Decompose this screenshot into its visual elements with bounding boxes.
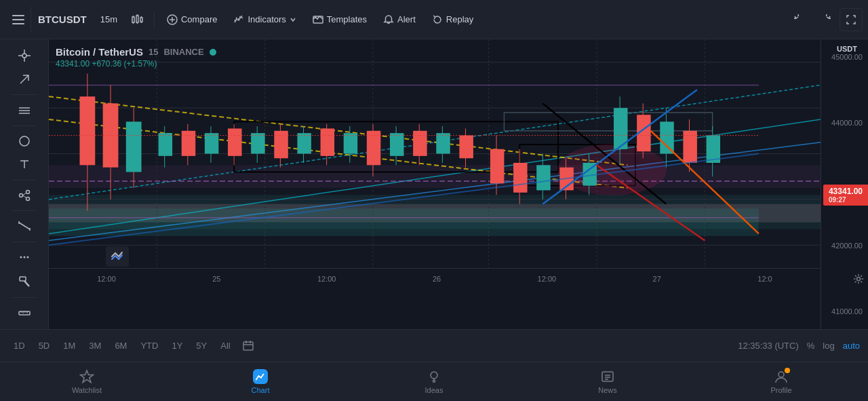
chart-price-info: 43341.00 +670.36 (+1.57%) bbox=[56, 59, 216, 69]
top-toolbar: BTCUSDT 15m Compare Indicators bbox=[0, 0, 868, 39]
nav-profile[interactable]: Profile bbox=[694, 364, 868, 400]
svg-rect-132 bbox=[243, 342, 253, 350]
x-label-7: 12:0 bbox=[757, 275, 772, 283]
svg-point-17 bbox=[22, 54, 26, 58]
ruler-tool[interactable] bbox=[9, 302, 39, 324]
crosshair-tool[interactable] bbox=[9, 45, 39, 67]
current-time: 12:35:33 (UTC) bbox=[738, 341, 799, 351]
nav-chart-label: Chart bbox=[252, 386, 270, 394]
svg-line-37 bbox=[24, 281, 29, 286]
y-label-45000: 45000.00 bbox=[821, 53, 868, 61]
y-label-41000: 41000.00 bbox=[821, 307, 868, 316]
svg-point-27 bbox=[26, 197, 29, 200]
x-label-4: 26 bbox=[433, 275, 441, 283]
nav-news[interactable]: News bbox=[521, 364, 694, 400]
svg-rect-104 bbox=[459, 136, 473, 159]
chart-interval: 15 bbox=[149, 47, 158, 57]
svg-rect-82 bbox=[205, 133, 218, 153]
redo-button[interactable] bbox=[814, 8, 837, 31]
x-label-5: 12:00 bbox=[538, 275, 557, 283]
svg-rect-102 bbox=[436, 133, 450, 153]
templates-button[interactable]: Templates bbox=[306, 11, 374, 28]
tf-5y[interactable]: 5Y bbox=[191, 338, 212, 354]
tool-separator-3 bbox=[12, 180, 37, 180]
chart-type-button[interactable] bbox=[125, 8, 149, 31]
pct-toggle[interactable]: % bbox=[807, 341, 815, 351]
measure-tool[interactable] bbox=[9, 215, 39, 237]
nav-news-label: News bbox=[598, 386, 617, 394]
nav-profile-label: Profile bbox=[770, 386, 791, 394]
compare-button[interactable]: Compare bbox=[160, 11, 224, 28]
tf-5d[interactable]: 5D bbox=[33, 338, 56, 354]
y-label-44000: 44000.00 bbox=[821, 119, 868, 127]
svg-point-43 bbox=[857, 278, 861, 281]
chart-container[interactable]: Bitcoin / TetherUS 15 BINANCE 43341.00 +… bbox=[49, 39, 868, 329]
current-price-label: 43341.00 09:27 bbox=[823, 185, 868, 206]
timeframe-button[interactable]: 15m bbox=[95, 12, 123, 27]
shapes-tool[interactable] bbox=[9, 130, 39, 153]
replay-button[interactable]: Replay bbox=[425, 11, 480, 28]
svg-rect-74 bbox=[103, 103, 119, 167]
svg-rect-38 bbox=[19, 311, 30, 315]
nav-watchlist-label: Watchlist bbox=[72, 386, 102, 394]
svg-point-144 bbox=[778, 372, 784, 377]
tf-1d[interactable]: 1D bbox=[8, 338, 31, 354]
tf-1m[interactable]: 1M bbox=[58, 338, 81, 354]
svg-rect-6 bbox=[140, 18, 142, 22]
arrow-tool[interactable] bbox=[9, 69, 39, 91]
live-indicator bbox=[210, 49, 216, 56]
svg-rect-80 bbox=[182, 131, 195, 156]
hammer-tool[interactable] bbox=[9, 271, 39, 293]
chevron-down-icon bbox=[290, 16, 296, 23]
undo-button[interactable] bbox=[788, 8, 811, 31]
nav-ideas[interactable]: Ideas bbox=[347, 364, 521, 400]
tool-separator-2 bbox=[12, 126, 37, 126]
svg-rect-92 bbox=[321, 128, 334, 155]
tf-ytd[interactable]: YTD bbox=[135, 338, 163, 354]
node-tool[interactable] bbox=[9, 185, 39, 207]
timeframe-bar: 1D 5D 1M 3M 6M YTD 1Y 5Y All 12:35:33 (U… bbox=[0, 329, 868, 362]
svg-point-26 bbox=[26, 190, 29, 193]
chart-settings-button[interactable] bbox=[850, 271, 867, 287]
star-icon bbox=[79, 369, 94, 384]
svg-rect-3 bbox=[136, 16, 138, 22]
alert-button[interactable]: Alert bbox=[376, 11, 422, 28]
date-range-button[interactable] bbox=[239, 337, 258, 356]
chart-exchange: BINANCE bbox=[163, 47, 203, 57]
main-area: Bitcoin / TetherUS 15 BINANCE 43341.00 +… bbox=[0, 39, 868, 329]
tf-all[interactable]: All bbox=[215, 338, 235, 354]
auto-toggle[interactable]: auto bbox=[843, 341, 860, 351]
profile-icon-wrap bbox=[774, 369, 789, 384]
tf-1y[interactable]: 1Y bbox=[166, 338, 188, 354]
more-tools[interactable] bbox=[9, 246, 39, 268]
text-tool[interactable] bbox=[9, 153, 39, 176]
svg-rect-106 bbox=[490, 149, 504, 184]
symbol-label: BTCUSDT bbox=[38, 14, 87, 25]
svg-point-35 bbox=[26, 256, 28, 258]
svg-rect-100 bbox=[413, 131, 427, 156]
svg-point-25 bbox=[19, 193, 22, 197]
svg-line-30 bbox=[19, 223, 30, 229]
left-sidebar bbox=[0, 39, 49, 329]
svg-rect-86 bbox=[251, 133, 264, 153]
nav-chart[interactable]: Chart bbox=[174, 364, 347, 400]
tool-separator-5 bbox=[12, 242, 37, 242]
log-toggle[interactable]: log bbox=[823, 341, 834, 351]
currency-label: USDT bbox=[837, 45, 863, 53]
lines-tool[interactable] bbox=[9, 99, 39, 121]
svg-rect-110 bbox=[536, 165, 550, 190]
fullscreen-button[interactable] bbox=[840, 8, 863, 31]
x-label-2: 25 bbox=[212, 275, 220, 283]
indicators-button[interactable]: Indicators bbox=[226, 11, 302, 28]
menu-button[interactable] bbox=[5, 7, 31, 33]
tf-3m[interactable]: 3M bbox=[83, 338, 106, 354]
news-icon bbox=[600, 369, 615, 384]
svg-line-28 bbox=[22, 193, 26, 195]
svg-rect-76 bbox=[126, 121, 142, 172]
nav-ideas-label: Ideas bbox=[425, 386, 443, 394]
nav-watchlist[interactable]: Watchlist bbox=[0, 364, 174, 400]
x-axis: 12:00 25 12:00 26 12:00 27 12:0 bbox=[49, 268, 821, 288]
tf-6m[interactable]: 6M bbox=[109, 338, 132, 354]
svg-point-22 bbox=[20, 136, 29, 146]
svg-rect-96 bbox=[367, 131, 380, 166]
